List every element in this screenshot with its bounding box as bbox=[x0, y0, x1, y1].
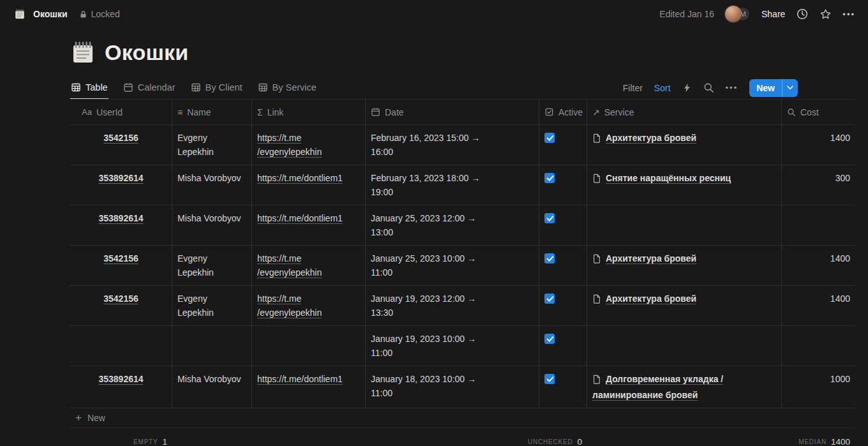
new-button-label[interactable]: New bbox=[749, 79, 782, 97]
view-options-icon[interactable]: ••• bbox=[726, 83, 738, 93]
aggregate-median[interactable]: MEDIAN 1400 bbox=[793, 428, 855, 446]
chevron-down-icon[interactable] bbox=[782, 79, 798, 97]
cell-active[interactable] bbox=[539, 366, 587, 408]
active-checkbox[interactable] bbox=[544, 294, 555, 304]
search-icon[interactable] bbox=[703, 82, 714, 93]
cell-date[interactable]: January 25, 2023 10:00 → 11:00 bbox=[366, 246, 539, 285]
tab-by-client[interactable]: By Client bbox=[190, 77, 243, 99]
cell-active[interactable] bbox=[539, 246, 587, 285]
new-row-button[interactable]: + New bbox=[70, 408, 855, 428]
cell-link[interactable]: https://t.me /evgenylepekhin bbox=[252, 125, 366, 165]
cell-date[interactable]: February 13, 2023 18:00 → 19:00 bbox=[366, 165, 539, 205]
active-checkbox[interactable] bbox=[544, 374, 555, 384]
cell-name[interactable]: Misha Vorobyov bbox=[172, 165, 252, 205]
active-checkbox[interactable] bbox=[544, 334, 555, 344]
cell-cost[interactable]: 1400 bbox=[782, 286, 855, 325]
cell-name[interactable] bbox=[172, 326, 252, 366]
tab-by-service[interactable]: By Service bbox=[257, 77, 317, 99]
cell-date[interactable]: January 19, 2023 12:00 → 13:30 bbox=[366, 286, 539, 325]
active-checkbox[interactable] bbox=[544, 133, 555, 143]
lightning-icon[interactable] bbox=[682, 83, 692, 93]
cell-cost[interactable]: 1000 bbox=[782, 366, 855, 408]
locked-indicator[interactable]: Locked bbox=[79, 9, 120, 19]
cell-link[interactable] bbox=[252, 326, 366, 366]
page-notepad-icon[interactable] bbox=[70, 40, 96, 65]
tab-table[interactable]: Table bbox=[70, 77, 108, 99]
more-options-icon[interactable]: ••• bbox=[842, 10, 855, 19]
cell-cost[interactable] bbox=[782, 326, 855, 366]
cell-link[interactable]: https://t.me/dontliem1 bbox=[252, 205, 366, 245]
cell-link[interactable]: https://t.me/dontliem1 bbox=[252, 366, 366, 408]
sort-button[interactable]: Sort bbox=[654, 83, 671, 93]
cell-name[interactable]: Misha Vorobyov bbox=[172, 205, 252, 245]
aggregate-empty[interactable]: EMPTY 1 bbox=[128, 428, 172, 446]
cell-link[interactable]: https://t.me/dontliem1 bbox=[252, 165, 366, 205]
aggregate-unchecked[interactable]: UNCHECKED 0 bbox=[523, 428, 587, 446]
table-row[interactable]: January 19, 2023 10:00 → 11:00 bbox=[70, 326, 855, 366]
table-row[interactable]: 353892614 Misha Vorobyov https://t.me/do… bbox=[70, 205, 855, 246]
active-checkbox[interactable] bbox=[544, 173, 555, 183]
cell-userid[interactable]: 3542156 bbox=[70, 125, 172, 165]
cell-service[interactable]: Архитектура бровей bbox=[587, 246, 782, 285]
cell-link[interactable]: https://t.me /evgenylepekhin bbox=[252, 286, 366, 325]
cell-service[interactable]: Снятие наращённых ресниц bbox=[587, 165, 782, 205]
cell-service[interactable]: Архитектура бровей bbox=[587, 125, 782, 165]
cell-active[interactable] bbox=[539, 125, 587, 165]
column-header-link[interactable]: Σ Link bbox=[252, 100, 366, 124]
service-page-link[interactable]: Архитектура бровей bbox=[592, 294, 696, 304]
avatar[interactable] bbox=[725, 6, 742, 22]
cell-service[interactable]: Архитектура бровей bbox=[587, 286, 782, 325]
cell-active[interactable] bbox=[539, 205, 587, 245]
filter-button[interactable]: Filter bbox=[623, 83, 643, 93]
service-page-link[interactable]: Архитектура бровей bbox=[592, 253, 696, 264]
table-row[interactable]: 3542156 Evgeny Lepekhin https://t.me /ev… bbox=[70, 125, 855, 165]
cell-cost[interactable]: 300 bbox=[782, 165, 855, 205]
column-header-name[interactable]: ≡ Name bbox=[172, 100, 252, 124]
column-header-cost[interactable]: Cost bbox=[782, 100, 855, 124]
avatar-group[interactable]: M bbox=[725, 6, 751, 22]
cell-userid[interactable] bbox=[70, 326, 172, 366]
cell-date[interactable]: January 19, 2023 10:00 → 11:00 bbox=[366, 326, 539, 366]
cell-name[interactable]: Evgeny Lepekhin bbox=[172, 246, 252, 285]
clock-history-icon[interactable] bbox=[796, 8, 809, 20]
cell-date[interactable]: January 18, 2023 10:00 → 11:00 bbox=[366, 366, 539, 408]
service-page-link[interactable]: Снятие наращённых ресниц bbox=[592, 173, 731, 183]
cell-service[interactable]: Долговременная укладка / ламинирование б… bbox=[587, 366, 782, 408]
table-row[interactable]: 353892614 Misha Vorobyov https://t.me/do… bbox=[70, 366, 855, 408]
active-checkbox[interactable] bbox=[544, 253, 555, 264]
cell-active[interactable] bbox=[539, 326, 587, 366]
cell-cost[interactable]: 1400 bbox=[782, 246, 855, 285]
cell-name[interactable]: Misha Vorobyov bbox=[172, 366, 252, 408]
cell-cost[interactable]: 1400 bbox=[782, 125, 855, 165]
cell-active[interactable] bbox=[539, 286, 587, 325]
table-row[interactable]: 3542156 Evgeny Lepekhin https://t.me /ev… bbox=[70, 286, 855, 326]
cell-userid[interactable]: 3542156 bbox=[70, 286, 172, 325]
star-icon[interactable] bbox=[819, 8, 832, 20]
cell-userid[interactable]: 353892614 bbox=[70, 205, 172, 245]
new-button[interactable]: New bbox=[749, 79, 798, 97]
cell-service[interactable] bbox=[587, 205, 782, 245]
table-row[interactable]: 3542156 Evgeny Lepekhin https://t.me /ev… bbox=[70, 246, 855, 286]
service-page-link[interactable]: Архитектура бровей bbox=[592, 133, 696, 143]
cell-cost[interactable] bbox=[782, 205, 855, 245]
share-button[interactable]: Share bbox=[761, 9, 785, 19]
cell-date[interactable]: February 16, 2023 15:00 → 16:00 bbox=[366, 125, 539, 165]
service-page-link[interactable]: Долговременная укладка / ламинирование б… bbox=[592, 374, 723, 400]
cell-date[interactable]: January 25, 2023 12:00 → 13:00 bbox=[366, 205, 539, 245]
cell-name[interactable]: Evgeny Lepekhin bbox=[172, 125, 252, 165]
cell-userid[interactable]: 353892614 bbox=[70, 165, 172, 205]
active-checkbox[interactable] bbox=[544, 213, 555, 223]
column-header-service[interactable]: ↗ Service bbox=[587, 100, 782, 124]
cell-userid[interactable]: 353892614 bbox=[70, 366, 172, 408]
column-header-userid[interactable]: Aa UserId bbox=[70, 100, 172, 124]
cell-active[interactable] bbox=[539, 165, 587, 205]
table-row[interactable]: 353892614 Misha Vorobyov https://t.me/do… bbox=[70, 165, 855, 205]
cell-link[interactable]: https://t.me /evgenylepekhin bbox=[252, 246, 366, 285]
cell-userid[interactable]: 3542156 bbox=[70, 246, 172, 285]
breadcrumb-page-title[interactable]: Окошки bbox=[31, 8, 70, 20]
cell-name[interactable]: Evgeny Lepekhin bbox=[172, 286, 252, 325]
cell-service[interactable] bbox=[587, 326, 782, 366]
tab-calendar[interactable]: Calendar bbox=[123, 77, 176, 99]
column-header-date[interactable]: Date bbox=[366, 100, 539, 124]
edited-timestamp[interactable]: Edited Jan 16 bbox=[659, 9, 714, 19]
